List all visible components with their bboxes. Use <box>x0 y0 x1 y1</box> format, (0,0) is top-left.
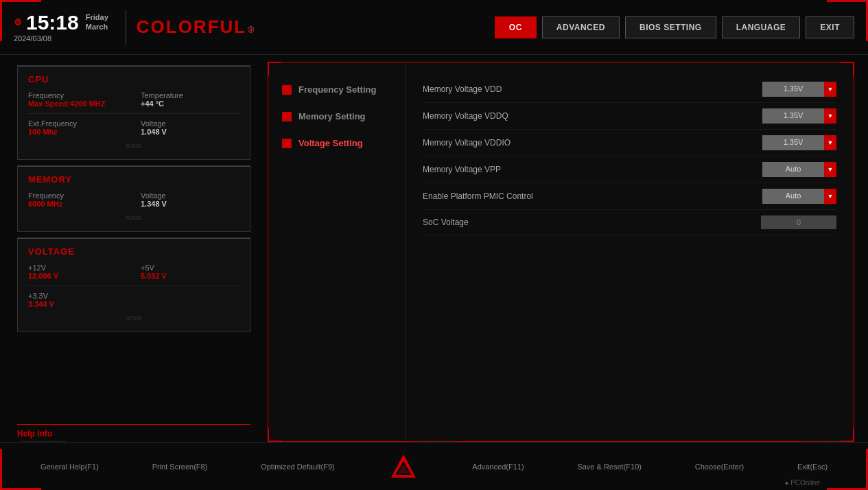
settings-content: Memory Voltage VDD 1.35V ▼ Memory Voltag… <box>406 62 854 441</box>
left-panel: CPU Frequency Max Speed:4200 MHZ Tempera… <box>17 65 250 439</box>
v33-value: 3.344 V <box>28 300 127 308</box>
vddq-label: Memory Voltage VDDQ <box>423 111 508 121</box>
cpu-voltage-label: Voltage <box>141 119 239 128</box>
brand-dot: ® <box>248 25 254 35</box>
vpp-label: Memory Voltage VPP <box>423 165 501 174</box>
setting-row-soc: SoC Voltage 0 <box>423 210 836 235</box>
brand-logo: COLORFUL ® <box>137 16 254 38</box>
v33-label: +3.3V <box>28 292 127 300</box>
soc-value: 0 <box>761 215 836 229</box>
setting-row-vddio: Memory Voltage VDDIO 1.35V ▼ <box>423 130 836 156</box>
frequency-nav-label: Frequency Setting <box>298 84 376 95</box>
nav-bios-setting-button[interactable]: BIOS SETTING <box>625 16 716 38</box>
vdd-dropdown[interactable]: ▼ <box>824 82 836 97</box>
cpu-card-title: CPU <box>28 74 239 84</box>
vpp-dropdown[interactable]: ▼ <box>824 162 836 177</box>
vdd-value: 1.35V <box>762 82 824 97</box>
vddio-value: 1.35V <box>762 135 824 150</box>
brand-name: COLORFUL <box>137 16 246 38</box>
cpu-card: CPU Frequency Max Speed:4200 MHZ Tempera… <box>17 65 250 160</box>
cpu-squiggle: ≈≈≈ <box>28 140 239 151</box>
mem-squiggle: ≈≈≈ <box>28 212 239 223</box>
divider <box>126 10 126 45</box>
panel-corner-tl <box>268 62 281 75</box>
nav-advanced-button[interactable]: ADVANCED <box>542 16 620 38</box>
vddq-dropdown[interactable]: ▼ <box>824 108 836 124</box>
help-info: Help Info <box>17 424 250 439</box>
triangle-logo-svg <box>390 453 417 480</box>
center-logo <box>388 451 419 482</box>
setting-row-vddq: Memory Voltage VDDQ 1.35V ▼ <box>423 103 836 130</box>
memory-nav-dot <box>282 112 292 121</box>
vdd-control: 1.35V ▼ <box>762 82 836 97</box>
voltage-card: VOLTAGE +12V 12.096 V +5V 5.032 V +3.3V … <box>17 237 250 332</box>
soc-label: SoC Voltage <box>423 218 469 227</box>
vpp-value: Auto <box>762 162 824 177</box>
bottom-choose: Choose(Enter) <box>695 463 744 471</box>
vddio-control: 1.35V ▼ <box>762 135 836 150</box>
nav-language-button[interactable]: LANGUAGE <box>722 16 801 38</box>
pmic-value: Auto <box>762 189 824 204</box>
mem-voltage-label: Voltage <box>141 191 239 200</box>
soc-control: 0 <box>761 215 836 229</box>
voltage-card-title: VOLTAGE <box>28 246 239 257</box>
settings-nav: Frequency Setting Memory Setting Voltage… <box>268 62 406 441</box>
bottom-exit: Exit(Esc) <box>797 463 828 471</box>
vddq-control: 1.35V ▼ <box>762 108 836 124</box>
cpu-temperature-value: +44 °C <box>141 100 239 108</box>
cpu-frequency-label: Frequency <box>28 91 127 100</box>
v12-label: +12V <box>28 264 127 272</box>
v5-value: 5.032 V <box>141 272 239 280</box>
panel-corner-tr <box>841 62 854 75</box>
cpu-frequency-value: Max Speed:4200 MHZ <box>28 100 127 108</box>
bottom-advanced: Advanced(F11) <box>472 463 524 471</box>
mem-frequency-label: Frequency <box>28 191 127 200</box>
pmic-control: Auto ▼ <box>762 189 836 204</box>
v5-label: +5V <box>141 264 239 272</box>
pmic-dropdown[interactable]: ▼ <box>824 189 836 204</box>
day-label: Friday <box>86 13 108 22</box>
bottom-save-reset: Save & Reset(F10) <box>577 463 642 471</box>
memory-card: MEMORY Frequency 6000 MHz Voltage 1.348 … <box>17 165 250 232</box>
vddio-dropdown[interactable]: ▼ <box>824 135 836 150</box>
v12-value: 12.096 V <box>28 272 127 280</box>
setting-row-vdd: Memory Voltage VDD 1.35V ▼ <box>423 76 836 103</box>
memory-card-title: MEMORY <box>28 174 239 185</box>
panel-corner-bl <box>268 428 281 442</box>
bottom-optimized-default: Optimized Default(F9) <box>261 463 335 471</box>
nav-memory-setting[interactable]: Memory Setting <box>268 103 405 130</box>
cpu-voltage-value: 1.048 V <box>141 128 239 136</box>
bottom-print-screen: Print Screen(F8) <box>152 463 208 471</box>
nav-buttons: OC ADVANCED BIOS SETTING LANGUAGE EXIT <box>495 16 854 38</box>
cpu-extfreq-value: 100 Mhz <box>28 128 127 136</box>
header: ⚙ 15:18 Friday March 2024/03/08 COLORFUL… <box>0 0 868 55</box>
month-label: March <box>86 23 108 32</box>
vdd-label: Memory Voltage VDD <box>423 84 502 94</box>
voltage-nav-dot <box>282 139 292 148</box>
cpu-temperature-label: Temperature <box>141 91 239 100</box>
corner-decoration-tl <box>0 0 41 41</box>
vpp-control: Auto ▼ <box>762 162 836 177</box>
nav-oc-button[interactable]: OC <box>495 16 537 38</box>
memory-nav-label: Memory Setting <box>298 111 366 121</box>
nav-frequency-setting[interactable]: Frequency Setting <box>268 76 405 103</box>
mem-frequency-value: 6000 MHz <box>28 200 127 208</box>
setting-row-pmic: Enable Platform PMIC Control Auto ▼ <box>423 183 836 210</box>
voltage-separator <box>28 285 239 286</box>
setting-row-vpp: Memory Voltage VPP Auto ▼ <box>423 156 836 183</box>
voltage-nav-label: Voltage Setting <box>298 138 363 148</box>
bottom-bar: General Help(F1) Print Screen(F8) Optimi… <box>0 442 868 490</box>
cpu-separator <box>28 113 239 114</box>
corner-decoration-bl <box>0 449 41 490</box>
settings-container: Frequency Setting Memory Setting Voltage… <box>268 62 854 442</box>
voltage-squiggle: ≈≈≈ <box>28 312 239 323</box>
nav-voltage-setting[interactable]: Voltage Setting <box>268 130 405 156</box>
vddio-label: Memory Voltage VDDIO <box>423 138 511 148</box>
cpu-extfreq-label: Ext.Frequency <box>28 119 127 128</box>
vddq-value: 1.35V <box>762 108 824 124</box>
corner-decoration-tr <box>827 0 868 41</box>
main-area: Frequency Setting Memory Setting Voltage… <box>268 62 854 442</box>
corner-decoration-br <box>827 449 868 490</box>
bottom-general-help: General Help(F1) <box>40 463 99 471</box>
pmic-label: Enable Platform PMIC Control <box>423 191 533 201</box>
